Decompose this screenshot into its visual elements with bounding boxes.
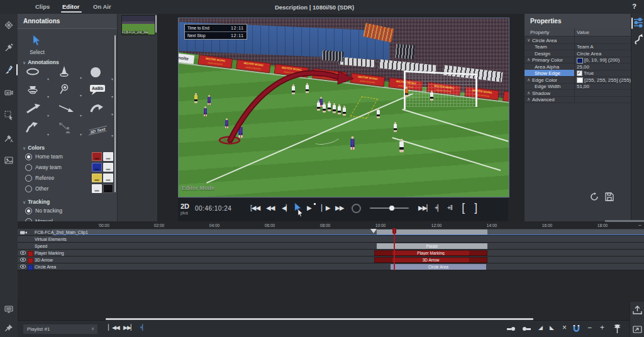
goto-out-button[interactable]: ▶▶▏ <box>418 204 431 211</box>
tool-dropdown-icon[interactable]: ▾ <box>111 112 113 116</box>
save-button[interactable] <box>605 192 614 201</box>
tool-beacon[interactable]: ▾ <box>25 84 49 99</box>
track-color-swatch[interactable] <box>28 265 33 270</box>
tool-dropdown-icon[interactable]: ▾ <box>80 75 82 80</box>
magnet-snap-icon[interactable] <box>572 325 580 333</box>
loop-in-marker[interactable] <box>370 229 377 233</box>
track-main-clip[interactable]: FCB-FCA_2nd_Main_Clip1 <box>18 229 644 236</box>
ramp-down-button[interactable]: ◣ <box>550 324 553 331</box>
panel-scrollbar[interactable] <box>114 35 116 192</box>
radio-away-team[interactable] <box>25 164 32 171</box>
away-team-alt-color-swatch[interactable] <box>103 163 113 172</box>
radio-away-team-label[interactable]: Away team <box>35 164 62 170</box>
animation-swoosh-icon[interactable] <box>634 34 643 45</box>
track-3d-arrow[interactable]: 3D Arrow 3D Arrow <box>18 257 644 263</box>
playlist-goto-out-button[interactable]: ▶▶▏ <box>123 324 135 331</box>
eye-visible-icon[interactable] <box>20 265 26 268</box>
loop-in-bracket-button[interactable]: [ <box>462 201 465 213</box>
step-forward-button[interactable]: ▏▶ <box>321 204 330 211</box>
radio-other[interactable] <box>25 185 32 192</box>
ramp-up-button[interactable]: ◢ <box>538 324 542 331</box>
camera-3d-icon[interactable]: 3D <box>4 87 14 97</box>
loop-button[interactable] <box>352 204 361 213</box>
timeline-zoom-in-button[interactable]: + <box>600 323 604 332</box>
tool-line-arrow[interactable]: ▾ <box>58 103 82 118</box>
chevron-up-icon[interactable] <box>527 91 530 96</box>
tool-magnifier-target[interactable]: ▾ <box>58 83 82 98</box>
section-colors[interactable]: Colors <box>23 145 45 151</box>
loop-out-bracket-button[interactable]: ] <box>474 201 477 213</box>
segment-circle-area[interactable]: Circle Area <box>391 264 486 270</box>
track-virtual-elements[interactable]: Virtual Elements <box>18 236 644 243</box>
color-sampler-icon[interactable] <box>4 133 14 143</box>
track-color-swatch[interactable] <box>28 251 33 257</box>
properties-sliders-icon[interactable] <box>634 18 643 28</box>
trim-out-button[interactable] <box>522 326 531 331</box>
pen-tool-icon[interactable] <box>4 65 14 75</box>
tool-straight-arrow[interactable]: ▾ <box>25 103 49 118</box>
chevron-up-icon[interactable] <box>527 77 530 82</box>
rewind-button[interactable]: ◀◀ <box>266 204 274 211</box>
timeline-zoom-out[interactable]: − <box>638 223 641 228</box>
tool-dropdown-icon[interactable]: ▾ <box>47 94 49 99</box>
playlist-select[interactable]: Playlist #1 ∨ <box>23 324 98 334</box>
tool-dropdown-icon[interactable]: ▾ <box>80 93 82 97</box>
eyedropper-icon[interactable] <box>4 43 14 53</box>
mode-2d-button[interactable]: 2D <box>180 202 189 210</box>
radio-no-tracking-label[interactable]: No tracking <box>35 207 62 214</box>
property-row-advanced[interactable]: Advanced <box>525 96 631 104</box>
sync-button[interactable] <box>590 192 599 201</box>
radio-home-team-label[interactable]: Home team <box>35 153 63 160</box>
pin-icon[interactable] <box>4 323 14 333</box>
chevron-down-icon[interactable] <box>527 38 530 43</box>
radio-other-label[interactable]: Other <box>35 185 48 192</box>
home-team-color-swatch[interactable] <box>92 152 102 161</box>
radio-home-team[interactable] <box>25 153 32 160</box>
timeline-zoom-out-button[interactable]: − <box>587 323 592 332</box>
other-alt-color-swatch[interactable] <box>103 184 113 193</box>
chevron-up-icon[interactable] <box>527 97 530 102</box>
show-edge-checkbox[interactable] <box>577 70 582 76</box>
tool-player-link[interactable]: ▾ <box>58 122 82 137</box>
section-annotations[interactable]: Annotations <box>23 59 59 65</box>
other-color-swatch[interactable] <box>92 184 102 193</box>
fast-forward-button[interactable]: ▶▶ <box>335 204 343 211</box>
monitor-output-icon[interactable] <box>4 304 14 314</box>
marquee-select-icon[interactable] <box>4 110 14 120</box>
home-team-alt-color-swatch[interactable] <box>103 152 113 161</box>
goto-in-button[interactable]: [◀◀ <box>250 204 260 211</box>
tool-3d-text[interactable]: 3D Text ▾ <box>89 123 113 138</box>
clip-bin-scrollbar[interactable] <box>155 15 157 33</box>
delete-button[interactable]: × <box>562 323 567 332</box>
segment-3d-arrow[interactable]: 3D Arrow <box>374 257 487 263</box>
add-pause-button[interactable]: +‖ <box>447 204 452 211</box>
step-back-button[interactable]: ◀▏ <box>282 204 290 211</box>
play-button[interactable]: ▶ <box>307 204 311 211</box>
help-button[interactable]: ? <box>632 3 636 10</box>
tool-filled-circle[interactable]: ▾ <box>89 67 113 82</box>
field-calibration-icon[interactable] <box>4 20 14 30</box>
image-icon[interactable] <box>4 155 14 165</box>
track-circle-area[interactable]: Circle Area Circle Area <box>18 263 644 270</box>
export-upload-icon[interactable] <box>633 306 642 315</box>
referee-color-swatch[interactable] <box>92 174 102 182</box>
tool-dropdown-icon[interactable]: ▾ <box>111 77 113 81</box>
video-preview[interactable]: nolte MISTER WONGASIAN COOKING MISTER WO… <box>178 18 509 197</box>
select-tool-icon[interactable] <box>31 35 42 46</box>
track-speed[interactable]: Speed Pause <box>18 243 644 250</box>
chevron-up-icon[interactable] <box>527 57 530 62</box>
referee-alt-color-swatch[interactable] <box>103 174 113 182</box>
clip-thumbnail[interactable]: FCB-FCA_2nd_Main_Clip <box>121 15 155 35</box>
select-tool-label[interactable]: Select <box>26 49 48 55</box>
radio-no-tracking[interactable] <box>25 207 32 214</box>
tool-circle-area[interactable]: ▾ <box>25 67 49 82</box>
timeline-scrollbar[interactable] <box>605 220 644 222</box>
tool-dropdown-icon[interactable]: ▾ <box>47 113 49 118</box>
away-team-color-swatch[interactable] <box>92 163 102 172</box>
playlist-goto-in-button[interactable]: ▏◀◀ <box>108 324 119 331</box>
send-to-screen-icon[interactable] <box>633 326 642 334</box>
eye-visible-icon[interactable] <box>20 251 26 255</box>
tab-clips[interactable]: Clips <box>35 3 50 10</box>
trim-in-button[interactable] <box>507 326 516 331</box>
eye-visible-icon[interactable] <box>20 258 26 262</box>
